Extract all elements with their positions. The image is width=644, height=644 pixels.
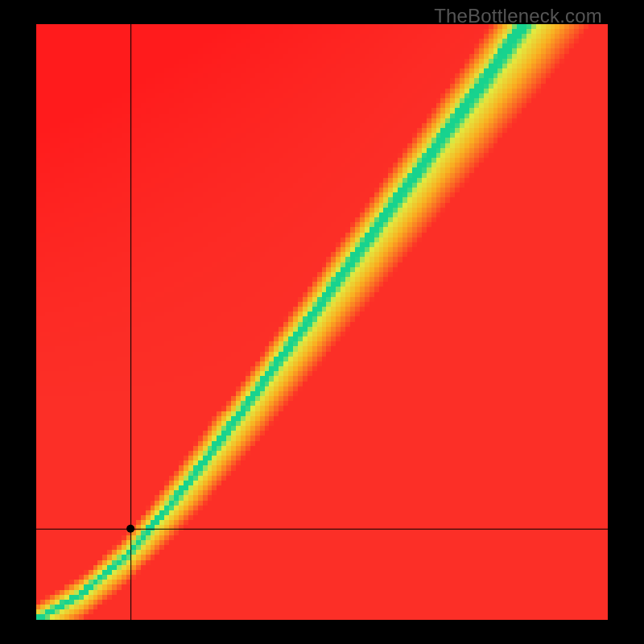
heatmap-plot: [36, 24, 608, 620]
heatmap-canvas: [36, 24, 608, 620]
chart-frame: TheBottleneck.com: [0, 0, 644, 644]
